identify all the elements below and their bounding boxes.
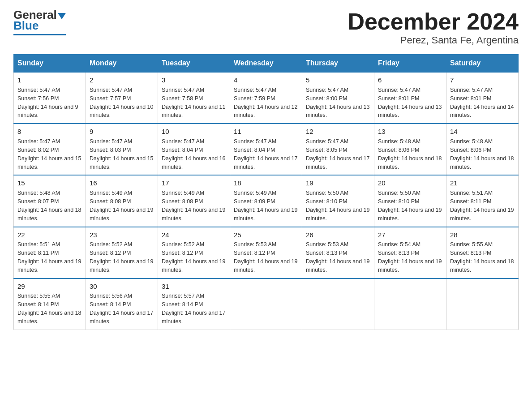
- day-cell: 11Sunrise: 5:47 AMSunset: 8:04 PMDayligh…: [230, 124, 302, 175]
- page-header: General Blue December 2024 Perez, Santa …: [13, 9, 519, 46]
- day-cell: 15Sunrise: 5:48 AMSunset: 8:07 PMDayligh…: [14, 175, 86, 227]
- day-number: 25: [234, 230, 298, 240]
- day-cell: 8Sunrise: 5:47 AMSunset: 8:02 PMDaylight…: [14, 124, 86, 175]
- day-info: Sunrise: 5:48 AMSunset: 8:06 PMDaylight:…: [378, 138, 442, 170]
- day-cell: 29Sunrise: 5:55 AMSunset: 8:14 PMDayligh…: [14, 278, 86, 330]
- day-info: Sunrise: 5:47 AMSunset: 7:59 PMDaylight:…: [234, 87, 297, 119]
- day-cell: 17Sunrise: 5:49 AMSunset: 8:08 PMDayligh…: [158, 175, 230, 227]
- day-number: 18: [234, 178, 298, 188]
- day-cell: 16Sunrise: 5:49 AMSunset: 8:08 PMDayligh…: [86, 175, 158, 227]
- day-number: 15: [17, 178, 82, 188]
- day-cell: 12Sunrise: 5:47 AMSunset: 8:05 PMDayligh…: [302, 124, 374, 175]
- day-info: Sunrise: 5:49 AMSunset: 8:09 PMDaylight:…: [234, 190, 297, 222]
- day-number: 24: [162, 230, 226, 240]
- day-info: Sunrise: 5:52 AMSunset: 8:12 PMDaylight:…: [162, 241, 225, 273]
- day-cell: 3Sunrise: 5:47 AMSunset: 7:58 PMDaylight…: [158, 72, 230, 124]
- day-number: 8: [17, 127, 82, 137]
- day-info: Sunrise: 5:47 AMSunset: 8:04 PMDaylight:…: [234, 138, 297, 170]
- day-info: Sunrise: 5:47 AMSunset: 8:01 PMDaylight:…: [378, 87, 442, 119]
- day-info: Sunrise: 5:49 AMSunset: 8:08 PMDaylight:…: [162, 190, 225, 222]
- day-cell: 13Sunrise: 5:48 AMSunset: 8:06 PMDayligh…: [374, 124, 446, 175]
- day-cell: 10Sunrise: 5:47 AMSunset: 8:04 PMDayligh…: [158, 124, 230, 175]
- page-title: December 2024: [348, 9, 519, 34]
- title-block: December 2024 Perez, Santa Fe, Argentina: [348, 9, 519, 46]
- day-number: 3: [162, 75, 226, 85]
- day-number: 22: [17, 230, 82, 240]
- week-row-3: 15Sunrise: 5:48 AMSunset: 8:07 PMDayligh…: [14, 175, 519, 227]
- column-header-saturday: Saturday: [446, 55, 519, 73]
- day-cell: 22Sunrise: 5:51 AMSunset: 8:11 PMDayligh…: [14, 227, 86, 278]
- day-number: 19: [306, 178, 370, 188]
- day-info: Sunrise: 5:47 AMSunset: 7:56 PMDaylight:…: [17, 87, 78, 119]
- day-cell: 28Sunrise: 5:55 AMSunset: 8:13 PMDayligh…: [446, 227, 519, 278]
- day-info: Sunrise: 5:47 AMSunset: 8:00 PMDaylight:…: [306, 87, 369, 119]
- day-cell: [374, 278, 446, 330]
- day-cell: 18Sunrise: 5:49 AMSunset: 8:09 PMDayligh…: [230, 175, 302, 227]
- day-number: 26: [306, 230, 370, 240]
- column-header-friday: Friday: [374, 55, 446, 73]
- day-number: 28: [450, 230, 515, 240]
- day-cell: 30Sunrise: 5:56 AMSunset: 8:14 PMDayligh…: [86, 278, 158, 330]
- day-cell: [446, 278, 519, 330]
- logo: General Blue: [13, 9, 66, 35]
- day-info: Sunrise: 5:53 AMSunset: 8:12 PMDaylight:…: [234, 241, 297, 273]
- day-number: 29: [17, 282, 82, 291]
- day-info: Sunrise: 5:47 AMSunset: 7:58 PMDaylight:…: [162, 87, 225, 119]
- day-number: 13: [378, 127, 442, 137]
- day-cell: 1Sunrise: 5:47 AMSunset: 7:56 PMDaylight…: [14, 72, 86, 124]
- day-number: 6: [378, 75, 442, 85]
- day-cell: [230, 278, 302, 330]
- day-number: 4: [234, 75, 298, 85]
- column-header-tuesday: Tuesday: [158, 55, 230, 73]
- day-info: Sunrise: 5:48 AMSunset: 8:06 PMDaylight:…: [450, 138, 514, 170]
- day-info: Sunrise: 5:52 AMSunset: 8:12 PMDaylight:…: [90, 241, 153, 273]
- day-number: 27: [378, 230, 442, 240]
- day-cell: 5Sunrise: 5:47 AMSunset: 8:00 PMDaylight…: [302, 72, 374, 124]
- column-header-sunday: Sunday: [14, 55, 86, 73]
- day-number: 1: [17, 75, 82, 85]
- day-number: 11: [234, 127, 298, 137]
- day-cell: 31Sunrise: 5:57 AMSunset: 8:14 PMDayligh…: [158, 278, 230, 330]
- logo-blue-text: Blue: [13, 19, 39, 32]
- day-cell: 24Sunrise: 5:52 AMSunset: 8:12 PMDayligh…: [158, 227, 230, 278]
- day-cell: 20Sunrise: 5:50 AMSunset: 8:10 PMDayligh…: [374, 175, 446, 227]
- day-number: 2: [90, 75, 154, 85]
- logo-triangle-icon: [58, 13, 66, 19]
- day-number: 14: [450, 127, 515, 137]
- day-info: Sunrise: 5:51 AMSunset: 8:11 PMDaylight:…: [450, 190, 514, 222]
- day-number: 10: [162, 127, 226, 137]
- day-cell: [302, 278, 374, 330]
- day-number: 21: [450, 178, 515, 188]
- day-info: Sunrise: 5:53 AMSunset: 8:13 PMDaylight:…: [306, 241, 369, 273]
- page-subtitle: Perez, Santa Fe, Argentina: [348, 34, 519, 46]
- day-cell: 27Sunrise: 5:54 AMSunset: 8:13 PMDayligh…: [374, 227, 446, 278]
- day-number: 12: [306, 127, 370, 137]
- day-info: Sunrise: 5:49 AMSunset: 8:08 PMDaylight:…: [90, 190, 153, 222]
- day-info: Sunrise: 5:47 AMSunset: 8:02 PMDaylight:…: [17, 138, 81, 170]
- day-number: 17: [162, 178, 226, 188]
- day-number: 7: [450, 75, 515, 85]
- day-info: Sunrise: 5:56 AMSunset: 8:14 PMDaylight:…: [90, 293, 153, 325]
- day-info: Sunrise: 5:55 AMSunset: 8:13 PMDaylight:…: [450, 241, 514, 273]
- day-number: 30: [90, 282, 154, 291]
- calendar-table: SundayMondayTuesdayWednesdayThursdayFrid…: [13, 54, 519, 330]
- day-number: 9: [90, 127, 154, 137]
- day-cell: 7Sunrise: 5:47 AMSunset: 8:01 PMDaylight…: [446, 72, 519, 124]
- day-info: Sunrise: 5:50 AMSunset: 8:10 PMDaylight:…: [378, 190, 442, 222]
- day-cell: 6Sunrise: 5:47 AMSunset: 8:01 PMDaylight…: [374, 72, 446, 124]
- day-info: Sunrise: 5:51 AMSunset: 8:11 PMDaylight:…: [17, 241, 81, 273]
- day-cell: 25Sunrise: 5:53 AMSunset: 8:12 PMDayligh…: [230, 227, 302, 278]
- day-info: Sunrise: 5:47 AMSunset: 8:01 PMDaylight:…: [450, 87, 514, 119]
- day-number: 31: [162, 282, 226, 291]
- day-info: Sunrise: 5:57 AMSunset: 8:14 PMDaylight:…: [162, 293, 225, 325]
- week-row-4: 22Sunrise: 5:51 AMSunset: 8:11 PMDayligh…: [14, 227, 519, 278]
- column-header-wednesday: Wednesday: [230, 55, 302, 73]
- day-number: 5: [306, 75, 370, 85]
- column-header-monday: Monday: [86, 55, 158, 73]
- day-cell: 21Sunrise: 5:51 AMSunset: 8:11 PMDayligh…: [446, 175, 519, 227]
- week-row-1: 1Sunrise: 5:47 AMSunset: 7:56 PMDaylight…: [14, 72, 519, 124]
- day-number: 16: [90, 178, 154, 188]
- day-info: Sunrise: 5:48 AMSunset: 8:07 PMDaylight:…: [17, 190, 81, 222]
- day-cell: 19Sunrise: 5:50 AMSunset: 8:10 PMDayligh…: [302, 175, 374, 227]
- day-number: 23: [90, 230, 154, 240]
